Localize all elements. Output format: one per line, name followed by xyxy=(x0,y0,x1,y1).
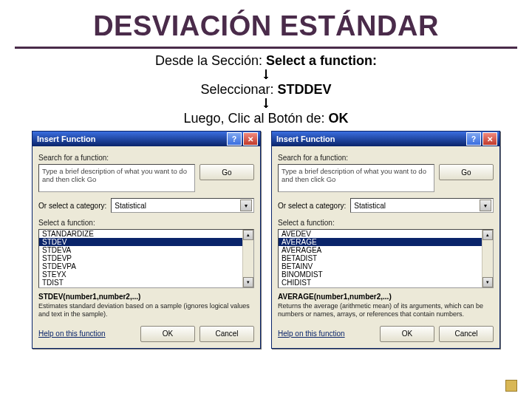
category-label: Or select a category: xyxy=(38,202,106,210)
list-item[interactable]: STDEVPA xyxy=(39,262,242,270)
slide-bullet-icon xyxy=(505,380,517,392)
function-list-label: Select a function: xyxy=(278,219,494,227)
insert-function-dialog-right: Insert Function ? ✕ Search for a functio… xyxy=(271,131,500,349)
step3-bold: OK xyxy=(329,111,349,126)
search-label: Search for a function: xyxy=(38,154,254,162)
search-input[interactable]: Type a brief description of what you wan… xyxy=(278,164,434,192)
dialog-title: Insert Function xyxy=(276,134,335,143)
step1-bold: Select a function: xyxy=(266,53,377,68)
search-input[interactable]: Type a brief description of what you wan… xyxy=(38,164,195,192)
close-icon[interactable]: ✕ xyxy=(243,132,258,146)
titlebar[interactable]: Insert Function ? ✕ xyxy=(33,132,260,146)
insert-function-dialog-left: Insert Function ? ✕ Search for a functio… xyxy=(32,131,261,349)
function-listbox[interactable]: STANDARDIZESTDEVSTDEVASTDEVPSTDEVPASTEYX… xyxy=(38,229,254,288)
help-icon[interactable]: ? xyxy=(466,132,481,146)
list-item[interactable]: TDIST xyxy=(39,279,242,287)
function-description: Returns the average (arithmetic mean) of… xyxy=(278,302,494,318)
search-label: Search for a function: xyxy=(278,154,494,162)
instruction-steps: Desde la Sección: Select a function: 🠗 S… xyxy=(0,53,532,126)
scroll-up-icon[interactable]: ▴ xyxy=(243,230,253,240)
function-list-label: Select a function: xyxy=(38,219,254,227)
list-item[interactable]: BETAINV xyxy=(279,262,482,270)
go-button[interactable]: Go xyxy=(200,164,254,180)
dialogs-row: Insert Function ? ✕ Search for a functio… xyxy=(0,131,532,349)
list-item[interactable]: CHIDIST xyxy=(279,279,482,287)
function-syntax: AVERAGE(number1,number2,...) xyxy=(278,293,494,301)
category-select[interactable]: Statistical ▾ xyxy=(350,198,494,213)
help-link[interactable]: Help on this function xyxy=(278,330,375,338)
help-icon[interactable]: ? xyxy=(227,132,242,146)
divider xyxy=(15,47,517,49)
list-item[interactable]: STEYX xyxy=(39,270,242,279)
list-item[interactable]: STDEV xyxy=(39,238,242,246)
ok-button[interactable]: OK xyxy=(380,326,434,342)
category-value: Statistical xyxy=(115,202,146,210)
titlebar[interactable]: Insert Function ? ✕ xyxy=(272,132,499,146)
list-item[interactable]: BETADIST xyxy=(279,254,482,262)
list-item[interactable]: AVEDEV xyxy=(279,230,482,238)
scroll-up-icon[interactable]: ▴ xyxy=(482,230,493,240)
chevron-down-icon[interactable]: ▾ xyxy=(240,200,252,211)
function-listbox[interactable]: AVEDEVAVERAGEAVERAGEABETADISTBETAINVBINO… xyxy=(278,229,494,288)
scroll-down-icon[interactable]: ▾ xyxy=(482,277,493,287)
list-item[interactable]: BINOMDIST xyxy=(279,270,482,279)
scrollbar[interactable]: ▴ ▾ xyxy=(482,230,493,287)
down-arrow-icon: 🠗 xyxy=(0,99,532,109)
dialog-title: Insert Function xyxy=(37,134,95,143)
scrollbar[interactable]: ▴ ▾ xyxy=(242,230,253,287)
scroll-down-icon[interactable]: ▾ xyxy=(243,277,253,287)
close-icon[interactable]: ✕ xyxy=(482,132,497,146)
step1-text: Desde la Sección: xyxy=(155,53,266,68)
list-item[interactable]: STANDARDIZE xyxy=(39,230,242,238)
step3-text: Luego, Clic al Botón de: xyxy=(183,111,328,126)
list-item[interactable]: AVERAGE xyxy=(279,238,482,246)
cancel-button[interactable]: Cancel xyxy=(439,326,494,342)
step2-bold: STDDEV xyxy=(278,82,332,97)
chevron-down-icon[interactable]: ▾ xyxy=(480,200,491,211)
list-item[interactable]: STDEVA xyxy=(39,246,242,254)
list-item[interactable]: AVERAGEA xyxy=(279,246,482,254)
step2-text: Seleccionar: xyxy=(200,82,277,97)
function-syntax: STDEV(number1,number2,...) xyxy=(38,293,254,301)
function-description: Estimates standard deviation based on a … xyxy=(38,302,254,318)
ok-button[interactable]: OK xyxy=(140,326,195,342)
category-select[interactable]: Statistical ▾ xyxy=(111,198,254,213)
category-label: Or select a category: xyxy=(278,202,346,210)
page-title: DESVIACIÓN ESTÁNDAR xyxy=(0,0,532,44)
go-button[interactable]: Go xyxy=(439,164,494,180)
down-arrow-icon: 🠗 xyxy=(0,70,532,81)
help-link[interactable]: Help on this function xyxy=(38,330,136,338)
cancel-button[interactable]: Cancel xyxy=(200,326,254,342)
list-item[interactable]: STDEVP xyxy=(39,254,242,262)
category-value: Statistical xyxy=(354,202,386,210)
